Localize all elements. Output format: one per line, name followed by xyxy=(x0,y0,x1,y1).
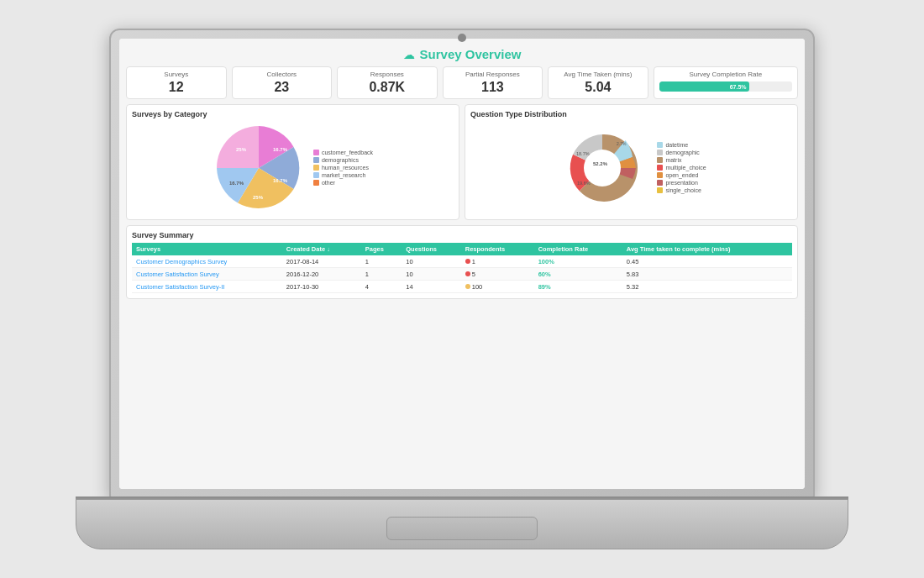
legend-label: open_ended xyxy=(665,172,698,178)
svg-text:16.7%: 16.7% xyxy=(273,147,288,152)
partial-responses-label: Partial Responses xyxy=(449,71,538,78)
legend-item: human_resources xyxy=(313,165,373,171)
surveys-stat: Surveys 12 xyxy=(126,66,227,99)
cell-completion-rate: 89% xyxy=(534,281,622,293)
legend-label: multiple_choice xyxy=(665,165,706,171)
surveys-label: Surveys xyxy=(132,71,221,78)
cell-respondents: 100 xyxy=(461,281,534,293)
legend-dot xyxy=(313,172,319,178)
cell-created-date: 2017-10-30 xyxy=(282,281,361,293)
col-pages: Pages xyxy=(361,243,402,255)
surveys-by-category-card: Surveys by Category xyxy=(126,104,459,220)
stats-row: Surveys 12 Collectors 23 Responses 0.87K… xyxy=(126,66,798,99)
legend-item: multiple_choice xyxy=(657,165,706,171)
survey-table: Surveys Created Date ↓ Pages Questions R… xyxy=(132,243,792,293)
svg-text:2.7%: 2.7% xyxy=(617,141,627,146)
cell-created-date: 2017-08-14 xyxy=(282,255,361,268)
surveys-value: 12 xyxy=(132,80,221,95)
cell-survey-name: Customer Satisfaction Survey xyxy=(132,268,282,281)
avg-time-label: Avg Time Taken (mins) xyxy=(554,71,643,78)
cell-questions: 10 xyxy=(402,255,461,268)
responses-label: Responses xyxy=(343,71,432,78)
legend-dot xyxy=(657,165,663,171)
sort-icon: ↓ xyxy=(327,245,330,253)
trackpad xyxy=(386,517,538,540)
svg-text:19.6%: 19.6% xyxy=(577,181,591,186)
cell-avg-time: 5.32 xyxy=(622,281,792,293)
svg-text:25%: 25% xyxy=(236,147,247,152)
col-questions: Questions xyxy=(402,243,461,255)
cell-completion-rate: 60% xyxy=(534,268,622,281)
completion-bar-container: 67.5% xyxy=(659,81,792,92)
cell-created-date: 2016-12-20 xyxy=(282,268,361,281)
svg-text:16.7%: 16.7% xyxy=(229,181,244,186)
cell-survey-name: Customer Demographics Survey xyxy=(132,255,282,268)
table-row: Customer Demographics Survey 2017-08-14 … xyxy=(132,255,792,268)
cloud-icon: ☁ xyxy=(403,48,415,61)
survey-summary-title: Survey Summary xyxy=(132,231,792,239)
collectors-value: 23 xyxy=(238,80,327,95)
legend-item: presentation xyxy=(657,180,706,186)
cell-pages: 4 xyxy=(361,281,402,293)
responses-stat: Responses 0.87K xyxy=(337,66,438,99)
legend-label: demographics xyxy=(322,157,359,163)
cell-respondents: 1 xyxy=(461,255,534,268)
category-legend: customer_feedback demographics human_res… xyxy=(313,150,373,187)
legend-dot xyxy=(657,172,663,178)
cell-pages: 1 xyxy=(361,268,402,281)
legend-dot xyxy=(313,165,319,171)
completion-bar-text: 67.5% xyxy=(730,84,747,90)
col-completion-rate: Completion Rate xyxy=(534,243,622,255)
cell-avg-time: 0.45 xyxy=(622,255,792,268)
svg-text:18.7%: 18.7% xyxy=(576,151,590,156)
svg-text:25%: 25% xyxy=(253,195,264,200)
legend-label: matrix xyxy=(665,157,681,163)
legend-dot xyxy=(657,157,663,163)
legend-dot xyxy=(313,180,319,186)
col-respondents: Respondents xyxy=(461,243,534,255)
col-surveys: Surveys xyxy=(132,243,282,255)
legend-dot xyxy=(313,150,319,155)
legend-label: datetime xyxy=(665,142,688,148)
legend-item: single_choice xyxy=(657,187,706,193)
legend-item: datetime xyxy=(657,142,706,148)
legend-label: market_research xyxy=(322,172,366,178)
legend-label: single_choice xyxy=(665,187,701,193)
charts-row: Surveys by Category xyxy=(126,104,798,220)
respondent-dot xyxy=(465,284,470,289)
legend-item: open_ended xyxy=(657,172,706,178)
cell-survey-name: Customer Satisfaction Survey-II xyxy=(132,281,282,293)
svg-text:52.2%: 52.2% xyxy=(593,161,608,166)
surveys-by-category-content: 16.7% 16.7% 25% 16.7% 25% c xyxy=(132,122,454,214)
cell-questions: 10 xyxy=(402,268,461,281)
table-row: Customer Satisfaction Survey-II 2017-10-… xyxy=(132,281,792,293)
legend-label: human_resources xyxy=(322,165,369,171)
question-type-content: 52.2% 19.6% 18.7% 2.7% datetime xyxy=(470,122,792,214)
legend-dot xyxy=(313,157,319,163)
col-avg-time: Avg Time taken to complete (mins) xyxy=(622,243,792,255)
question-type-title: Question Type Distribution xyxy=(470,110,792,118)
question-type-card: Question Type Distribution xyxy=(465,104,798,220)
legend-item: customer_feedback xyxy=(313,150,373,155)
partial-responses-value: 113 xyxy=(449,80,538,95)
respondent-dot xyxy=(465,271,470,276)
collectors-stat: Collectors 23 xyxy=(232,66,333,99)
laptop-base xyxy=(76,499,848,549)
avg-time-stat: Avg Time Taken (mins) 5.04 xyxy=(548,66,648,99)
legend-item: matrix xyxy=(657,157,706,163)
header: ☁ Survey Overview xyxy=(126,44,798,66)
legend-dot xyxy=(657,187,663,193)
cell-respondents: 5 xyxy=(461,268,534,281)
respondent-dot xyxy=(465,259,470,264)
cell-completion-rate: 100% xyxy=(534,255,622,268)
partial-responses-stat: Partial Responses 113 xyxy=(443,66,543,99)
svg-text:16.7%: 16.7% xyxy=(273,178,288,183)
legend-label: customer_feedback xyxy=(322,150,373,155)
cell-pages: 1 xyxy=(361,255,402,268)
cell-avg-time: 5.83 xyxy=(622,268,792,281)
survey-summary-card: Survey Summary Surveys Created Date ↓ Pa… xyxy=(126,225,798,299)
completion-rate-stat: Survey Completion Rate 67.5% xyxy=(654,66,798,99)
table-row: Customer Satisfaction Survey 2016-12-20 … xyxy=(132,268,792,281)
legend-dot xyxy=(657,142,663,148)
pie-chart-category: 16.7% 16.7% 25% 16.7% 25% xyxy=(213,122,305,214)
